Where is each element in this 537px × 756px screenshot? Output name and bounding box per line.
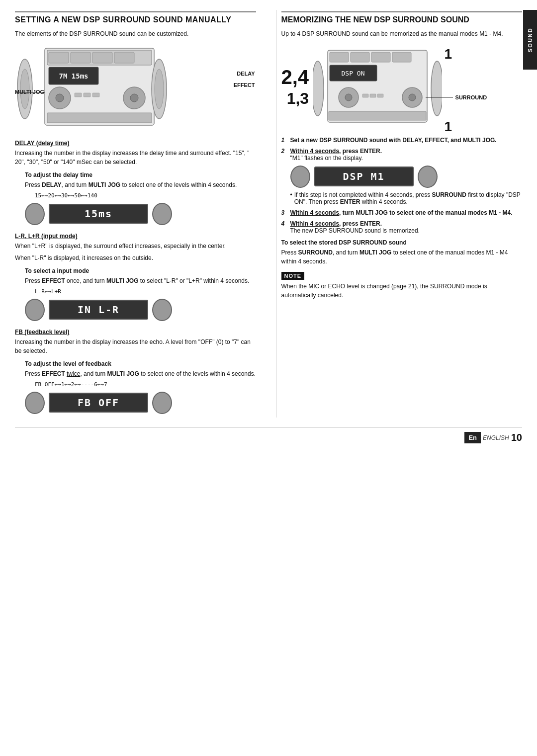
left-column: SETTING A NEW DSP SURROUND SOUND MANUALL…: [15, 10, 261, 418]
num-24: 2,4: [281, 67, 309, 87]
note-label: NOTE: [281, 272, 305, 280]
fb-display-wrapper: FB OFF: [25, 391, 256, 415]
lr-display-wrapper: IN L-R: [25, 298, 256, 322]
step-2-display-wrapper: DSP M1: [290, 165, 523, 188]
right-intro: Up to 4 DSP SURROUND sound can be memori…: [281, 29, 523, 38]
right-stereo-svg: DSP ON: [313, 45, 442, 130]
delay-body: Increasing the number in the display inc…: [15, 149, 256, 167]
left-top-border: [15, 11, 256, 12]
fb-instruction: Press EFFECT twice, and turn MULTI JOG t…: [25, 369, 256, 378]
surround-line: [426, 94, 455, 101]
step-4-num: 4: [281, 220, 288, 234]
lr-speaker-right: [152, 299, 172, 321]
side-tab: SOUND: [523, 10, 537, 70]
fb-speaker-right: [152, 392, 172, 414]
step-4: 4 Within 4 seconds, press ENTER. The new…: [281, 220, 523, 234]
step-3-content: Within 4 seconds, turn MULTI JOG to sele…: [290, 209, 523, 216]
num-bottom-right: 1: [445, 119, 452, 135]
svg-point-36: [313, 61, 324, 116]
svg-rect-31: [370, 94, 376, 97]
step-3-num: 3: [281, 209, 288, 216]
left-device-diagram: 7M 15ms: [15, 43, 256, 133]
svg-point-34: [409, 94, 416, 101]
step-2-bullet-area: • If this step is not completed within 4…: [290, 191, 523, 205]
delay-subtitles: To adjust the delay time Press DELAY, an…: [25, 171, 256, 226]
svg-rect-5: [114, 52, 134, 63]
svg-rect-32: [377, 94, 383, 97]
left-stereo-svg: 7M 15ms: [15, 43, 169, 133]
delay-sub-title: To adjust the delay time: [25, 171, 256, 178]
note-section: NOTE When the MIC or ECHO level is chang…: [281, 272, 523, 300]
svg-rect-35: [329, 111, 426, 120]
svg-point-9: [56, 94, 64, 102]
delay-screen: 15ms: [49, 204, 148, 224]
num-13: 1,3: [287, 90, 309, 107]
lr-body1: When "L+R" is displayed, the surround ef…: [15, 242, 256, 251]
num-top-right: 1: [445, 46, 452, 62]
page-container: SETTING A NEW DSP SURROUND SOUND MANUALL…: [15, 10, 522, 443]
surround-label-area: SURROUND: [426, 94, 487, 101]
fb-body: Increasing the number in the display inc…: [15, 337, 256, 355]
bullet-text: If this step is not completed within 4 s…: [294, 191, 522, 205]
step-2-speaker-right: [418, 166, 438, 188]
lr-body2: When "L-R" is displayed, it increases on…: [15, 253, 256, 262]
svg-rect-23: [351, 52, 369, 62]
svg-rect-4: [92, 52, 112, 63]
delay-scale: 15←→20←→30←→50←→140: [35, 192, 256, 199]
lr-screen: IN L-R: [49, 300, 148, 320]
right-title: MEMORIZING THE NEW DSP SURROUND SOUND: [281, 15, 523, 24]
step-2: 2 Within 4 seconds, press ENTER. "M1" fl…: [281, 148, 523, 205]
svg-point-37: [431, 61, 442, 116]
step-2-num: 2: [281, 148, 288, 205]
right-column: SOUND MEMORIZING THE NEW DSP SURROUND SO…: [276, 10, 523, 418]
svg-point-29: [345, 94, 352, 101]
step-2-content: Within 4 seconds, press ENTER. "M1" flas…: [290, 148, 523, 205]
left-title: SETTING A NEW DSP SURROUND SOUND MANUALL…: [15, 15, 256, 24]
note-body: When the MIC or ECHO level is changed (p…: [281, 282, 523, 300]
step-1-content: Set a new DSP SURROUND sound with DELAY,…: [290, 137, 523, 144]
step-4-content: Within 4 seconds, press ENTER. The new D…: [290, 220, 523, 234]
footer-page-num: 10: [511, 432, 522, 443]
fb-scale: FB OFF←→1←→2←→----6←→7: [35, 381, 256, 388]
select-stored-title: To select the stored DSP SURROUND sound: [281, 239, 523, 246]
lr-instruction: Press EFFECT once, and turn MULTI JOG to…: [25, 276, 256, 285]
effect-label: EFFECT: [234, 82, 255, 88]
en-badge: En: [464, 432, 481, 443]
footer-language: ENGLISH: [483, 434, 509, 441]
delay-instruction: Press DELAY, and turn MULTI JOG to selec…: [25, 180, 256, 189]
step-1-num: 1: [281, 137, 288, 144]
svg-rect-3: [71, 52, 90, 63]
svg-rect-10: [75, 93, 82, 97]
bullet-dot: •: [290, 191, 292, 205]
step-3: 3 Within 4 seconds, turn MULTI JOG to se…: [281, 209, 523, 216]
svg-rect-24: [371, 52, 390, 62]
fb-screen: FB OFF: [49, 393, 148, 413]
fb-speaker-left: [25, 392, 45, 414]
svg-point-19: [155, 69, 164, 109]
big-numbers-col: 2,4 1,3: [281, 67, 309, 107]
svg-rect-25: [392, 52, 411, 62]
left-intro: The elements of the DSP SURROUND sound c…: [15, 29, 256, 38]
svg-rect-22: [330, 52, 349, 62]
delay-speaker-left: [25, 203, 45, 225]
step-2-speaker-left: [290, 166, 310, 188]
svg-rect-11: [84, 93, 90, 97]
delay-speaker-right: [152, 203, 172, 225]
step-1: 1 Set a new DSP SURROUND sound with DELA…: [281, 137, 523, 144]
main-two-col: SETTING A NEW DSP SURROUND SOUND MANUALL…: [15, 10, 522, 418]
right-device-wrapper: DSP ON: [313, 45, 442, 130]
svg-point-14: [130, 94, 138, 102]
svg-rect-30: [362, 94, 368, 97]
delay-title: DELAY (delay time): [15, 140, 256, 147]
step-2-sub: "M1" flashes on the display.: [290, 155, 363, 162]
fb-title: FB (feedback level): [15, 329, 256, 336]
right-device-diagram: 2,4 1,3: [281, 45, 523, 130]
lr-speaker-left: [25, 299, 45, 321]
footer: En ENGLISH 10: [15, 427, 522, 443]
lr-title: L-R, L+R (input mode): [15, 233, 256, 240]
lr-sub: To select a input mode Press EFFECT once…: [25, 267, 256, 322]
svg-rect-2: [49, 52, 69, 63]
svg-rect-12: [92, 93, 99, 97]
multi-jog-line: [15, 89, 47, 96]
select-stored-body: Press SURROUND, and turn MULTI JOG to se…: [281, 248, 523, 266]
